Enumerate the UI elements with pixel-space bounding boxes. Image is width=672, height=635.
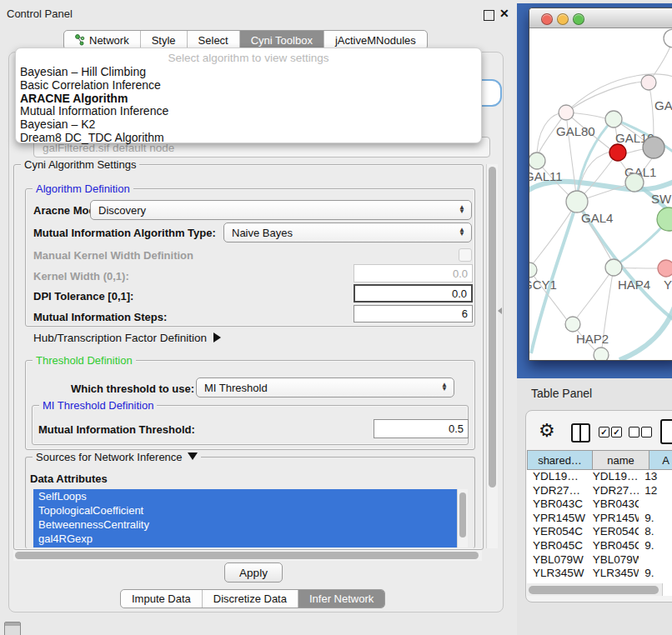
network-edge[interactable] — [566, 82, 643, 112]
network-canvas[interactable]: GALGAL80GAL10GAL1GAL11SWI4GAL4GCY1HAP4YH… — [529, 28, 672, 360]
columns-icon[interactable] — [571, 423, 590, 442]
dropdown-item[interactable]: Dream8 DC_TDC Algorithm — [16, 132, 481, 145]
attr-list-scrollbar[interactable] — [457, 489, 468, 548]
gear-icon[interactable]: ⚙ — [539, 420, 555, 442]
network-node-gal80[interactable] — [559, 105, 574, 120]
network-node-gal10[interactable] — [605, 111, 622, 128]
cyni-mode-tabbar: Impute DataDiscretize DataInfer Network — [120, 589, 385, 608]
unchecked-checkbox-icon-2[interactable] — [641, 427, 652, 438]
mode-tab-discretize-data[interactable]: Discretize Data — [202, 590, 298, 608]
network-node-hap2[interactable] — [565, 317, 580, 332]
network-edge[interactable] — [532, 202, 577, 265]
checked-checkbox-icon-1[interactable]: ✓ — [599, 427, 609, 438]
tab-label: Cyni Toolbox — [251, 34, 313, 47]
aracne-mode-combo[interactable]: Discovery ▲▼ — [90, 200, 472, 220]
apply-button[interactable]: Apply — [224, 562, 283, 582]
sources-group-title[interactable]: Sources for Network Inference — [33, 451, 201, 463]
network-node-label: GAL4 — [581, 211, 613, 225]
unchecked-checkbox-icon-1[interactable] — [629, 427, 639, 438]
dpi-tolerance-label: DPI Tolerance [0,1]: — [33, 290, 133, 302]
mac-minimize-icon[interactable] — [557, 13, 569, 25]
algorithm-dropdown-popup: Select algorithm to view settings Bayesi… — [15, 48, 482, 143]
table-row[interactable]: YDL19…YDL19…13 — [527, 470, 672, 484]
network-node-hap4[interactable] — [605, 259, 622, 276]
page-icon[interactable] — [660, 419, 672, 444]
network-edge[interactable] — [626, 149, 644, 153]
tab-select[interactable]: Select — [187, 31, 239, 49]
mi-steps-field[interactable]: 6 — [354, 305, 473, 322]
dpi-tolerance-field[interactable]: 0.0 — [354, 284, 473, 302]
splitter-collapse-arrow[interactable] — [498, 308, 502, 314]
table-row[interactable]: YLR345WYLR345W9. — [527, 567, 672, 581]
data-attribute-item[interactable]: gal4RGexp — [33, 532, 457, 546]
data-attribute-item[interactable]: TopologicalCoefficient — [33, 503, 457, 518]
docked-panel-icon[interactable] — [4, 622, 21, 635]
data-attribute-item[interactable]: SelfLoops — [33, 489, 457, 503]
kernel-width-field[interactable]: 0.0 — [354, 264, 473, 282]
column-header[interactable]: name — [593, 450, 649, 470]
tab-style[interactable]: Style — [140, 31, 187, 49]
network-node-gal[interactable] — [641, 75, 656, 90]
hub-factor-expander[interactable]: Hub/Transcription Factor Definition — [33, 332, 221, 344]
table-horizontal-scrollbar[interactable] — [527, 583, 662, 596]
dropdown-item[interactable]: ARACNE Algorithm — [16, 92, 481, 106]
dropdown-item[interactable]: Bayesian – Hill Climbing — [16, 66, 481, 79]
mi-threshold-group-title: MI Threshold Definition — [39, 399, 157, 412]
kernel-width-value: 0.0 — [453, 268, 468, 280]
mi-type-label: Mutual Information Algorithm Type: — [33, 227, 216, 239]
combo-stepper-icon: ▲▼ — [441, 383, 448, 392]
tab-jactivemnodules[interactable]: jActiveMNodules — [323, 31, 427, 49]
table-row[interactable]: YBR043CYBR043C — [527, 498, 672, 512]
table-row[interactable]: YER054CYER054C8. — [527, 525, 672, 539]
table-cell: YDR27… — [527, 484, 587, 498]
network-node-label: GAL — [654, 98, 672, 112]
data-attributes-list[interactable]: SelfLoopsTopologicalCoefficientBetweenne… — [33, 489, 457, 548]
table-cell: 9. — [639, 512, 672, 526]
settings-vertical-scrollbar[interactable] — [486, 164, 498, 548]
float-window-icon[interactable] — [484, 10, 494, 21]
dropdown-item[interactable]: Mutual Information Inference — [16, 105, 481, 118]
column-header[interactable]: A — [649, 450, 672, 470]
network-node-gal4[interactable] — [566, 191, 588, 212]
column-header[interactable]: shared… — [527, 450, 593, 470]
network-node-gal11[interactable] — [529, 152, 545, 169]
table-row[interactable]: YBL079WYBL079W — [527, 553, 672, 568]
mi-threshold-field[interactable]: 0.5 — [374, 419, 469, 438]
mode-tab-infer-network[interactable]: Infer Network — [298, 590, 384, 608]
mac-close-icon[interactable] — [541, 13, 553, 25]
tab-label: Style — [152, 34, 176, 47]
network-node[interactable] — [664, 29, 672, 48]
close-icon[interactable]: ✕ — [499, 7, 509, 20]
control-panel-titlebar — [0, 0, 519, 27]
network-icon — [75, 34, 85, 46]
table-row[interactable]: YPR145WYPR145W9. — [527, 512, 672, 526]
network-node-swi4[interactable] — [625, 173, 644, 192]
table-row[interactable]: YDR27…YDR27…12 — [527, 484, 672, 498]
data-attribute-item[interactable]: BetweennessCentrality — [33, 518, 457, 532]
data-attributes-label: Data Attributes — [30, 472, 108, 485]
tab-network[interactable]: Network — [64, 31, 140, 49]
table-cell: 9. — [639, 567, 672, 581]
checked-checkbox-icon-2[interactable]: ✓ — [611, 427, 622, 438]
network-view-window[interactable]: GALGAL80GAL10GAL1GAL11SWI4GAL4GCY1HAP4YH… — [529, 8, 672, 361]
mac-zoom-icon[interactable] — [573, 13, 584, 25]
network-node[interactable] — [594, 348, 609, 360]
mi-threshold-value: 0.5 — [449, 422, 464, 435]
network-edge[interactable] — [649, 82, 654, 137]
mi-type-combo[interactable]: Naive Bayes ▲▼ — [223, 222, 472, 242]
network-node[interactable] — [657, 208, 672, 231]
network-node-gcy1[interactable] — [529, 262, 537, 278]
mode-tab-impute-data[interactable]: Impute Data — [121, 590, 202, 608]
dropdown-item[interactable]: Basic Correlation Inference — [16, 79, 481, 92]
network-edge[interactable] — [577, 268, 614, 318]
table-cell: YER054C — [587, 525, 639, 539]
tab-cyni-toolbox[interactable]: Cyni Toolbox — [239, 31, 323, 49]
table-row[interactable]: YBR045CYBR045C9. — [527, 539, 672, 553]
manual-kernel-checkbox[interactable] — [459, 248, 472, 262]
settings-horizontal-scrollbar[interactable] — [13, 550, 482, 561]
dropdown-item[interactable]: Bayesian – K2 — [16, 118, 481, 132]
network-node-gal1[interactable] — [609, 144, 626, 161]
which-threshold-combo[interactable]: MI Threshold ▲▼ — [196, 378, 454, 398]
network-node[interactable] — [643, 137, 664, 158]
network-node-y[interactable] — [658, 260, 672, 277]
